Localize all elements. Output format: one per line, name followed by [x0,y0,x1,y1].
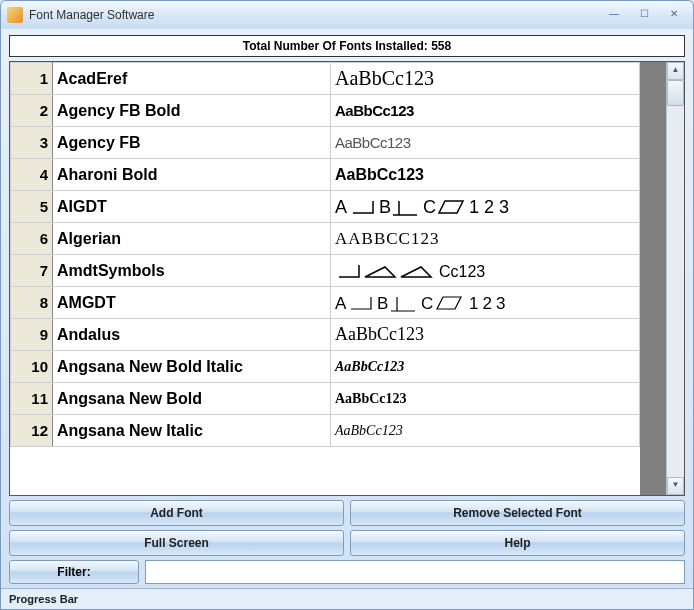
scroll-track[interactable] [667,80,684,477]
row-number: 2 [11,95,53,127]
row-number: 9 [11,319,53,351]
row-number: 7 [11,255,53,287]
grid-extra-column [640,62,666,495]
svg-text:C: C [423,197,436,217]
row-number: 12 [11,415,53,447]
row-number: 1 [11,63,53,95]
font-sample-cell: AaBbCc123 [331,159,640,191]
svg-text:A: A [335,294,347,313]
svg-text:A: A [335,197,347,217]
font-name-cell: AIGDT [53,191,331,223]
titlebar[interactable]: Font Manager Software — ☐ ✕ [1,1,693,29]
help-button[interactable]: Help [350,530,685,556]
close-button[interactable]: ✕ [661,7,687,23]
table-row[interactable]: 10Angsana New Bold ItalicAaBbCc123 [11,351,640,383]
font-sample-cell: ABC1 2 3 [331,191,640,223]
svg-text:B: B [377,294,388,313]
filter-input[interactable] [145,560,685,584]
font-name-cell: AMGDT [53,287,331,319]
font-name-cell: AcadEref [53,63,331,95]
content-area: Total Number Of Fonts Installed: 558 1Ac… [1,29,693,588]
font-name-cell: Agency FB Bold [53,95,331,127]
table-row[interactable]: 9AndalusAaBbCc123 [11,319,640,351]
font-sample-cell: ABC123 [331,287,640,319]
font-sample-cell: AaBbCc123 [331,63,640,95]
table-row[interactable]: 7AmdtSymbolsCc123 [11,255,640,287]
font-sample-cell: Cc123 [331,255,640,287]
window-controls: — ☐ ✕ [601,7,687,23]
maximize-button[interactable]: ☐ [631,7,657,23]
fullscreen-button[interactable]: Full Screen [9,530,344,556]
button-row-1: Add Font Remove Selected Font [9,500,685,526]
vertical-scrollbar[interactable]: ▲ ▼ [666,62,684,495]
font-sample-cell: AaBbCc123 [331,415,640,447]
filter-row: Filter: [9,560,685,584]
font-sample-cell: AaBbCc123 [331,127,640,159]
app-window: Font Manager Software — ☐ ✕ Total Number… [0,0,694,610]
status-bar: Progress Bar [1,588,693,609]
summary-banner: Total Number Of Fonts Installed: 558 [9,35,685,57]
table-row[interactable]: 1AcadErefAaBbCc123 [11,63,640,95]
table-row[interactable]: 3Agency FBAaBbCc123 [11,127,640,159]
row-number: 8 [11,287,53,319]
svg-text:1 2 3: 1 2 3 [469,197,509,217]
font-name-cell: Angsana New Bold Italic [53,351,331,383]
table-row[interactable]: 12Angsana New ItalicAaBbCc123 [11,415,640,447]
scroll-up-button[interactable]: ▲ [667,62,684,80]
filter-label: Filter: [9,560,139,584]
svg-text:B: B [379,197,391,217]
svg-text:Cc123: Cc123 [439,263,485,280]
row-number: 4 [11,159,53,191]
font-sample-cell: AaBbCc123 [331,383,640,415]
font-sample-cell: AABBCC123 [331,223,640,255]
row-number: 3 [11,127,53,159]
font-name-cell: Algerian [53,223,331,255]
row-number: 10 [11,351,53,383]
font-name-cell: Andalus [53,319,331,351]
font-sample-cell: AaBbCc123 [331,351,640,383]
scroll-thumb[interactable] [667,80,684,106]
table-row[interactable]: 5AIGDTABC1 2 3 [11,191,640,223]
row-number: 6 [11,223,53,255]
font-name-cell: Aharoni Bold [53,159,331,191]
font-name-cell: Angsana New Italic [53,415,331,447]
row-number: 11 [11,383,53,415]
font-sample-cell: AaBbCc123 [331,95,640,127]
font-name-cell: Angsana New Bold [53,383,331,415]
minimize-button[interactable]: — [601,7,627,23]
table-row[interactable]: 6AlgerianAABBCC123 [11,223,640,255]
remove-font-button[interactable]: Remove Selected Font [350,500,685,526]
font-grid[interactable]: 1AcadErefAaBbCc1232Agency FB BoldAaBbCc1… [10,62,640,495]
scroll-down-button[interactable]: ▼ [667,477,684,495]
font-name-cell: AmdtSymbols [53,255,331,287]
row-number: 5 [11,191,53,223]
font-grid-container: 1AcadErefAaBbCc1232Agency FB BoldAaBbCc1… [9,61,685,496]
table-row[interactable]: 2Agency FB BoldAaBbCc123 [11,95,640,127]
add-font-button[interactable]: Add Font [9,500,344,526]
app-icon [7,7,23,23]
table-row[interactable]: 4Aharoni BoldAaBbCc123 [11,159,640,191]
font-name-cell: Agency FB [53,127,331,159]
table-row[interactable]: 8AMGDTABC123 [11,287,640,319]
button-row-2: Full Screen Help [9,530,685,556]
svg-text:C: C [421,294,433,313]
font-sample-cell: AaBbCc123 [331,319,640,351]
table-row[interactable]: 11Angsana New BoldAaBbCc123 [11,383,640,415]
window-title: Font Manager Software [29,8,601,22]
svg-text:123: 123 [469,294,509,313]
